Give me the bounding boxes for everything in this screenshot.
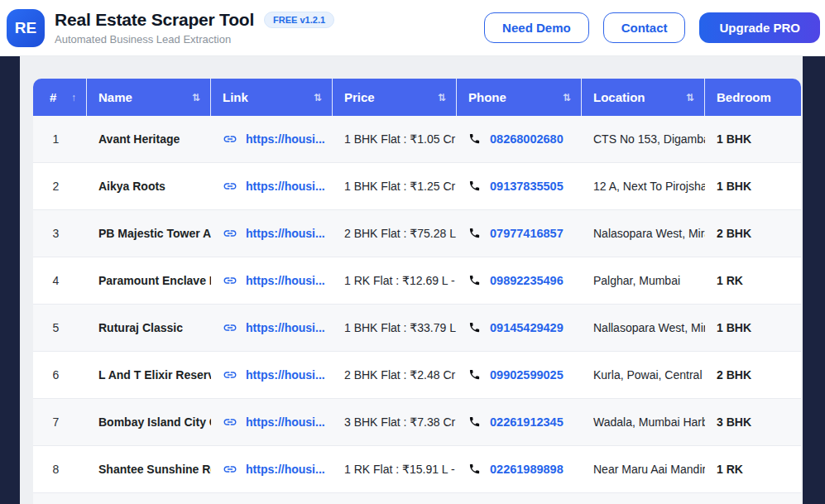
property-phone[interactable]: 02261912345 — [490, 415, 564, 429]
results-table: # ↑ Name ⇅ Link ⇅ Price ⇅ Phone ⇅ Locati… — [33, 79, 801, 504]
version-badge: FREE v1.2.1 — [264, 12, 334, 28]
property-bedroom: 1 BHK — [705, 116, 801, 163]
property-phone[interactable]: 02261989898 — [490, 463, 564, 476]
property-bedroom: 1 BHK — [705, 305, 801, 352]
table-row: 8 Shantee Sunshine Res https://housi... … — [33, 446, 801, 493]
phone-icon — [468, 132, 481, 145]
property-phone-cell: 02261989898 — [457, 446, 582, 493]
property-phone[interactable]: 09892235496 — [490, 274, 564, 287]
property-location: Nallasopara West, Mir — [582, 305, 705, 352]
property-phone[interactable]: 09137835505 — [490, 180, 564, 193]
property-phone[interactable]: 09902599025 — [490, 368, 564, 382]
property-link[interactable]: https://housi... — [246, 132, 325, 146]
row-number: 2 — [33, 163, 87, 210]
property-bedroom: 2 BHK — [705, 210, 801, 257]
property-name: Avant Heritage — [87, 116, 211, 163]
property-phone[interactable]: 07977416857 — [490, 227, 564, 240]
link-icon — [223, 132, 237, 146]
column-label: Link — [223, 90, 248, 104]
property-link[interactable]: https://housi... — [246, 180, 325, 193]
sort-icon[interactable]: ↑ — [71, 93, 76, 103]
property-name: Paramount Enclave Ph — [87, 257, 211, 305]
property-link-cell: https://housi... — [211, 305, 333, 352]
property-link[interactable]: https://housi... — [246, 415, 325, 429]
property-phone-cell: 02261912345 — [457, 399, 582, 446]
sort-icon[interactable]: ⇅ — [438, 93, 446, 103]
phone-icon — [468, 274, 481, 286]
column-header[interactable]: Bedroom — [705, 79, 801, 116]
table-header-row: # ↑ Name ⇅ Link ⇅ Price ⇅ Phone ⇅ Locati… — [33, 79, 801, 116]
property-name: L And T Elixir Reserve — [87, 352, 211, 399]
brand: RE Real Estate Scraper Tool FREE v1.2.1 … — [7, 9, 334, 47]
property-phone-cell: 07977416857 — [457, 210, 582, 257]
property-price: 1 BHK Flat : ₹1.05 Cr - — [333, 116, 457, 163]
column-header[interactable]: Phone ⇅ — [457, 79, 582, 116]
property-link-cell: https://housi... — [211, 163, 333, 210]
property-bedroom: 1 RK — [705, 257, 801, 305]
property-link[interactable]: https://housi... — [246, 463, 325, 476]
row-number: 7 — [33, 399, 87, 446]
property-link-cell: https://housi... — [211, 116, 333, 163]
column-label: Price — [344, 90, 375, 104]
sort-icon[interactable]: ⇅ — [686, 93, 694, 103]
property-phone[interactable]: 09145429429 — [490, 321, 564, 334]
property-location: Nalasopara West, Mira — [582, 210, 705, 257]
phone-icon — [468, 463, 481, 475]
row-number: 6 — [33, 352, 87, 399]
phone-icon — [468, 321, 481, 334]
page-title: Real Estate Scraper Tool — [55, 10, 254, 30]
table-body: 1 Avant Heritage https://housi... 1 BHK … — [33, 116, 801, 504]
column-header[interactable]: Price ⇅ — [333, 79, 457, 116]
property-link[interactable]: https://housi... — [246, 274, 325, 287]
page-subtitle: Automated Business Lead Extraction — [55, 33, 334, 46]
property-location: CTS No 153, Digamba — [582, 116, 705, 163]
app-header: RE Real Estate Scraper Tool FREE v1.2.1 … — [0, 0, 825, 56]
property-name: Ruturaj Classic — [87, 305, 211, 352]
property-location: Kurla, Powai, Central M — [582, 352, 705, 399]
sort-icon[interactable]: ⇅ — [563, 93, 571, 103]
property-phone-cell: 09123456789 — [457, 493, 582, 504]
table-row: 1 Avant Heritage https://housi... 1 BHK … — [33, 116, 801, 163]
property-phone-cell: 09902599025 — [457, 352, 582, 399]
column-label: Phone — [468, 90, 506, 104]
property-link[interactable]: https://housi... — [246, 368, 325, 382]
property-link[interactable]: https://housi... — [246, 227, 325, 240]
property-phone-cell: 09145429429 — [457, 305, 582, 352]
upgrade-pro-button[interactable]: Upgrade PRO — [699, 12, 820, 43]
property-bedroom: 1 RK — [705, 446, 801, 493]
property-bedroom: 3 BHK — [705, 399, 801, 446]
property-name: Sana Palghar Aven — [87, 493, 211, 504]
sort-icon[interactable]: ⇅ — [314, 93, 322, 103]
link-icon — [223, 415, 237, 430]
contact-button[interactable]: Contact — [603, 12, 686, 43]
property-price: 1 BHK Flat : ₹1.25 Cr | 2 — [333, 163, 457, 210]
row-number: 4 — [33, 257, 87, 305]
property-location: Near Maru Aai Mandir — [582, 446, 705, 493]
property-bedroom: 1 BHK — [705, 493, 801, 504]
column-header[interactable]: Location ⇅ — [582, 79, 705, 116]
property-link[interactable]: https://housi... — [246, 321, 325, 334]
table-row: 2 Aikya Roots https://housi... 1 BHK Fla… — [33, 163, 801, 210]
phone-icon — [468, 180, 481, 192]
column-label: Location — [593, 90, 645, 104]
app-logo: RE — [7, 9, 45, 47]
column-header[interactable]: # ↑ — [33, 79, 87, 116]
column-label: Bedroom — [717, 90, 771, 104]
property-phone-cell: 08268002680 — [457, 116, 582, 163]
row-number: 1 — [33, 116, 87, 163]
phone-icon — [468, 415, 481, 428]
sort-icon[interactable]: ⇅ — [192, 93, 200, 103]
property-location: 12 A, Next To Pirojsha — [582, 163, 705, 210]
property-location: Sana Palghar Avenue — [582, 493, 705, 504]
property-price: 2 BHK Flat : ₹2.48 Cr - — [333, 352, 457, 399]
property-name: Shantee Sunshine Res — [87, 446, 211, 493]
need-demo-button[interactable]: Need Demo — [484, 12, 589, 43]
column-header[interactable]: Link ⇅ — [211, 79, 333, 116]
column-header[interactable]: Name ⇅ — [87, 79, 211, 116]
link-icon — [223, 320, 237, 335]
property-link-cell: https://housi... — [211, 399, 333, 446]
property-phone-cell: 09137835505 — [457, 163, 582, 210]
property-name: Bombay Island City Ce — [87, 399, 211, 446]
property-phone[interactable]: 08268002680 — [490, 132, 564, 146]
link-icon — [223, 273, 237, 288]
